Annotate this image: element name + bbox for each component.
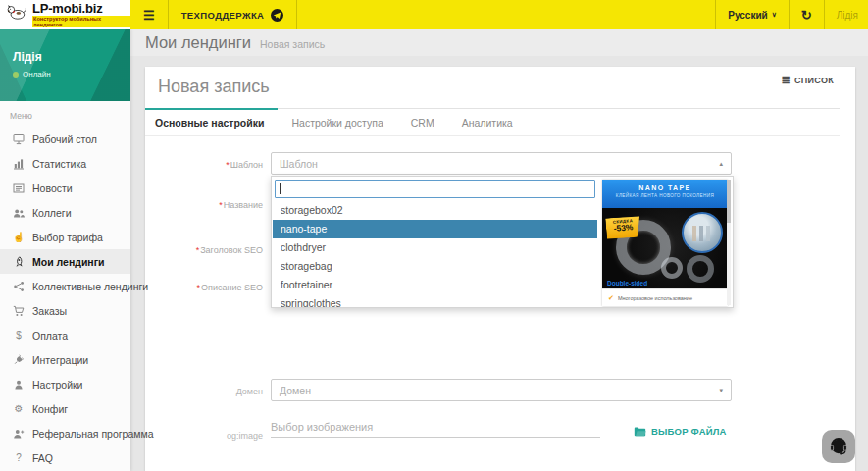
- sidebar-item-collective-landings[interactable]: Коллективные лендинги: [0, 274, 130, 298]
- plug-icon: [12, 353, 26, 366]
- cart-icon: [12, 304, 26, 317]
- sidebar-item-statistics[interactable]: Статистика: [0, 151, 130, 176]
- app: ☰ ТЕХПОДДЕРЖКА Русский ∨ ↻ Лідія LP-mobi…: [0, 0, 868, 471]
- breadcrumb-section[interactable]: Мои лендинги: [145, 33, 251, 52]
- sidebar-item-tariff[interactable]: ☝Выбор тарифа: [0, 225, 130, 249]
- preview-header: NANO TAPE КЛЕЙКАЯ ЛЕНТА НОВОГО ПОКОЛЕНИЯ: [602, 180, 728, 208]
- sidebar-item-integrations[interactable]: Интеграции: [0, 347, 130, 372]
- tape-roll-medium: [687, 255, 714, 283]
- preview-feature-row: ✔ Многоразовое использование: [602, 288, 728, 306]
- dropdown-option-footretainer[interactable]: footretainer: [273, 276, 597, 294]
- name-field-label: *Название: [145, 200, 263, 210]
- sidebar-item-config[interactable]: ⚙Конфиг: [0, 396, 130, 421]
- header-username[interactable]: Лідія: [824, 0, 868, 29]
- preview-subtitle: КЛЕЙКАЯ ЛЕНТА НОВОГО ПОКОЛЕНИЯ: [602, 193, 728, 198]
- sidebar-item-settings[interactable]: Настройки: [0, 372, 130, 396]
- seo-description-field-label: *Описание SEO: [145, 283, 263, 292]
- og-image-field-label: og:image: [145, 431, 263, 441]
- template-field-label: *Шаблон: [145, 160, 263, 170]
- domain-select-placeholder: Домен: [280, 385, 311, 396]
- dropdown-option-springclothes[interactable]: springclothes: [273, 294, 597, 308]
- sidebar-item-label: Интеграции: [32, 354, 88, 366]
- template-preview: NANO TAPE КЛЕЙКАЯ ЛЕНТА НОВОГО ПОКОЛЕНИЯ…: [602, 180, 728, 306]
- desktop-icon: [12, 132, 26, 145]
- breadcrumb: Мои лендинги Новая запись: [130, 29, 868, 56]
- preview-caption: Double-sided: [607, 280, 647, 287]
- sidebar-item-label: FAQ: [32, 452, 53, 464]
- header-username-label: Лідія: [837, 10, 858, 21]
- dropdown-option-clothdryer[interactable]: clothdryer: [273, 238, 597, 257]
- sidebar-item-payment[interactable]: $Оплата: [0, 323, 130, 347]
- rocket-icon: [12, 255, 26, 268]
- og-image-input[interactable]: [271, 421, 600, 438]
- check-icon: ✔: [608, 294, 614, 301]
- tab-main-settings[interactable]: Основные настройки: [145, 109, 278, 135]
- tabs-bar: Основные настройкиНастройки доступаCRMАн…: [145, 109, 840, 136]
- template-select[interactable]: Шаблон ▴: [271, 152, 732, 175]
- dropdown-option-nano-tape[interactable]: nano-tape: [273, 220, 597, 238]
- arrow-down-icon: ▾: [719, 387, 723, 394]
- template-dropdown: storagebox02nano-tapeclothdryerstorageba…: [271, 176, 734, 308]
- discount-badge: СКИДКА -53%: [605, 216, 641, 240]
- template-select-placeholder: Шаблон: [280, 158, 318, 170]
- sidebar-user-name: Лідія: [13, 50, 42, 64]
- gears-icon: ⚙: [12, 402, 26, 415]
- sidebar-item-orders[interactable]: Заказы: [0, 298, 130, 323]
- question-icon: ?: [12, 451, 26, 464]
- dropdown-option-storagebag[interactable]: storagebag: [273, 257, 597, 276]
- sidebar-item-label: Рабочий стол: [32, 133, 97, 145]
- logo-text: LP-mobi.biz Конструктор мобильных лендин…: [32, 2, 130, 28]
- dropdown-option-storagebox02[interactable]: storagebox02: [273, 201, 597, 220]
- news-icon: [12, 182, 26, 194]
- tab-crm[interactable]: CRM: [397, 109, 448, 135]
- sidebar-item-label: Заказы: [32, 305, 67, 317]
- sidebar-user-status: Онлайн: [13, 70, 51, 78]
- template-search-input[interactable]: [275, 180, 595, 198]
- tab-analytics[interactable]: Аналитика: [448, 109, 527, 135]
- preview-title: NANO TAPE: [602, 184, 728, 191]
- sidebar-item-label: Конфиг: [32, 403, 68, 415]
- sidebar-item-dashboard[interactable]: Рабочий стол: [0, 127, 130, 151]
- sidebar-item-label: Мои лендинги: [32, 256, 105, 268]
- header-right-group: Русский ∨ ↻ Лідія: [715, 0, 868, 29]
- support-button[interactable]: ТЕХПОДДЕРЖКА: [169, 0, 298, 29]
- dog-logo-icon: [5, 3, 28, 26]
- tab-access-settings[interactable]: Настройки доступа: [278, 109, 396, 135]
- sidebar-item-label: Реферальная программа: [32, 428, 154, 440]
- dollar-icon: $: [12, 329, 26, 341]
- menu-section-label: Меню: [10, 111, 130, 121]
- tape-roll-small: [661, 257, 683, 279]
- domain-select[interactable]: Домен ▾: [271, 379, 732, 401]
- list-button[interactable]: ≣ СПИСОК: [781, 75, 834, 85]
- refresh-icon: ↻: [801, 9, 812, 22]
- preview-scrollbar[interactable]: [727, 180, 731, 305]
- support-label: ТЕХПОДДЕРЖКА: [181, 10, 265, 21]
- choose-file-label: ВЫБОР ФАЙЛА: [651, 426, 727, 437]
- logo-subtitle: Конструктор мобильных лендингов: [32, 16, 130, 27]
- preview-feature-label: Многоразовое использование: [618, 295, 692, 301]
- preview-scrollbar-thumb[interactable]: [727, 180, 731, 223]
- chevron-down-icon: ∨: [772, 11, 777, 19]
- telegram-icon: [271, 9, 283, 22]
- choose-file-button[interactable]: ВЫБОР ФАЙЛА: [634, 426, 727, 437]
- sidebar-item-label: Оплата: [32, 330, 68, 341]
- support-chat-button[interactable]: [822, 430, 855, 463]
- refresh-button[interactable]: ↻: [789, 0, 824, 29]
- sidebar-item-label: Выбор тарифа: [32, 232, 103, 243]
- online-status-label: Онлайн: [23, 70, 51, 78]
- sidebar-item-news[interactable]: Новости: [0, 176, 130, 200]
- sidebar-toggle-button[interactable]: ☰: [130, 0, 169, 29]
- breadcrumb-current: Новая запись: [260, 38, 325, 52]
- user-icon: [12, 378, 26, 391]
- sidebar-menu: Рабочий столСтатистикаНовостиКоллеги☝Выб…: [0, 127, 130, 470]
- sidebar-item-referral[interactable]: Реферальная программа: [0, 421, 130, 445]
- online-status-dot: [13, 72, 19, 78]
- app-logo[interactable]: LP-mobi.biz Конструктор мобильных лендин…: [0, 0, 130, 29]
- arrow-up-icon: ▴: [719, 160, 723, 168]
- sidebar-item-my-landings[interactable]: Мои лендинги: [0, 249, 130, 274]
- sidebar-item-colleagues[interactable]: Коллеги: [0, 200, 130, 225]
- headset-icon: [828, 436, 849, 457]
- share-icon: [12, 280, 26, 292]
- sidebar-item-faq[interactable]: ?FAQ: [0, 445, 130, 470]
- language-selector[interactable]: Русский ∨: [715, 0, 789, 29]
